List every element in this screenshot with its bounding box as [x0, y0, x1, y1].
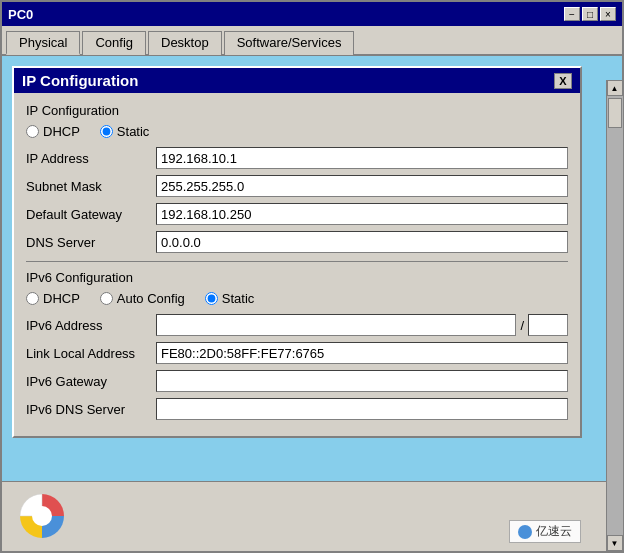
dhcp-label: DHCP	[43, 124, 80, 139]
ipv6-mode-radio-group: DHCP Auto Config Static	[26, 291, 568, 306]
scroll-track[interactable]	[607, 96, 623, 535]
dialog-close-button[interactable]: X	[554, 73, 572, 89]
static-radio-item[interactable]: Static	[100, 124, 150, 139]
ipv6-dns-server-label: IPv6 DNS Server	[26, 402, 156, 417]
ipv6-gateway-label: IPv6 Gateway	[26, 374, 156, 389]
tab-software-services[interactable]: Software/Services	[224, 31, 355, 55]
dialog-titlebar: IP Configuration X	[14, 68, 580, 93]
tab-bar: Physical Config Desktop Software/Service…	[2, 26, 622, 56]
ip-address-label: IP Address	[26, 151, 156, 166]
ipv6-auto-config-label: Auto Config	[117, 291, 185, 306]
watermark-icon	[518, 525, 532, 539]
main-content: IP Configuration X IP Configuration DHCP…	[2, 56, 622, 551]
ipv6-auto-config-radio-item[interactable]: Auto Config	[100, 291, 185, 306]
link-local-address-input[interactable]	[156, 342, 568, 364]
ipv6-address-input[interactable]	[156, 314, 516, 336]
ipv6-dhcp-radio[interactable]	[26, 292, 39, 305]
subnet-mask-input[interactable]	[156, 175, 568, 197]
pie-chart	[12, 489, 72, 544]
ip-config-section-label: IP Configuration	[26, 103, 568, 118]
dialog-title: IP Configuration	[22, 72, 138, 89]
maximize-button[interactable]: □	[582, 7, 598, 21]
ipv6-suffix-slash: /	[520, 318, 524, 333]
watermark-text: 亿速云	[536, 523, 572, 540]
ipv6-dhcp-radio-item[interactable]: DHCP	[26, 291, 80, 306]
ipv6-config-section-label: IPv6 Configuration	[26, 270, 568, 285]
default-gateway-input[interactable]	[156, 203, 568, 225]
default-gateway-label: Default Gateway	[26, 207, 156, 222]
scroll-up-button[interactable]: ▲	[607, 80, 623, 96]
ipv6-dns-server-row: IPv6 DNS Server	[26, 398, 568, 420]
section-divider	[26, 261, 568, 262]
ipv6-dhcp-label: DHCP	[43, 291, 80, 306]
ipv6-gateway-row: IPv6 Gateway	[26, 370, 568, 392]
ipv6-address-input-group: /	[156, 314, 568, 336]
ip-config-dialog: IP Configuration X IP Configuration DHCP…	[12, 66, 582, 438]
dns-server-input[interactable]	[156, 231, 568, 253]
static-label: Static	[117, 124, 150, 139]
dhcp-radio-item[interactable]: DHCP	[26, 124, 80, 139]
ipv6-static-radio[interactable]	[205, 292, 218, 305]
ipv6-address-row: IPv6 Address /	[26, 314, 568, 336]
title-bar: PC0 − □ ×	[2, 2, 622, 26]
scroll-thumb[interactable]	[608, 98, 622, 128]
ipv6-address-label: IPv6 Address	[26, 318, 156, 333]
ip-address-input[interactable]	[156, 147, 568, 169]
tab-physical[interactable]: Physical	[6, 31, 80, 55]
main-window: PC0 − □ × Physical Config Desktop Softwa…	[0, 0, 624, 553]
default-gateway-row: Default Gateway	[26, 203, 568, 225]
subnet-mask-label: Subnet Mask	[26, 179, 156, 194]
window-controls: − □ ×	[564, 7, 616, 21]
ipv6-dns-server-input[interactable]	[156, 398, 568, 420]
dns-server-label: DNS Server	[26, 235, 156, 250]
ipv6-static-label: Static	[222, 291, 255, 306]
minimize-button[interactable]: −	[564, 7, 580, 21]
subnet-mask-row: Subnet Mask	[26, 175, 568, 197]
ipv6-static-radio-item[interactable]: Static	[205, 291, 255, 306]
bottom-bar: 亿速云	[2, 481, 606, 551]
svg-point-0	[32, 506, 52, 526]
dhcp-radio[interactable]	[26, 125, 39, 138]
tab-desktop[interactable]: Desktop	[148, 31, 222, 55]
ip-address-row: IP Address	[26, 147, 568, 169]
window-title: PC0	[8, 7, 33, 22]
scroll-down-button[interactable]: ▼	[607, 535, 623, 551]
ip-mode-radio-group: DHCP Static	[26, 124, 568, 139]
tab-config[interactable]: Config	[82, 31, 146, 55]
link-local-address-label: Link Local Address	[26, 346, 156, 361]
scrollbar[interactable]: ▲ ▼	[606, 80, 622, 551]
close-button[interactable]: ×	[600, 7, 616, 21]
ipv6-prefix-length-input[interactable]	[528, 314, 568, 336]
dns-server-row: DNS Server	[26, 231, 568, 253]
watermark: 亿速云	[509, 520, 581, 543]
link-local-address-row: Link Local Address	[26, 342, 568, 364]
dialog-body: IP Configuration DHCP Static IP Address	[14, 93, 580, 436]
ipv6-auto-config-radio[interactable]	[100, 292, 113, 305]
ipv6-gateway-input[interactable]	[156, 370, 568, 392]
static-radio[interactable]	[100, 125, 113, 138]
